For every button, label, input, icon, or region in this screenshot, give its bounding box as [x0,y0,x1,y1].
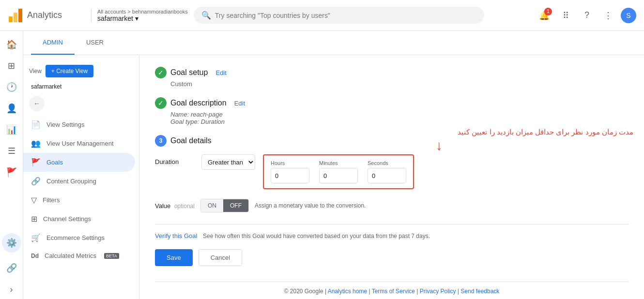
nav-item-ecommerce[interactable]: 🛒 Ecommerce Settings [23,228,135,247]
seconds-field: Seconds [368,160,406,183]
toggle-on-button[interactable]: ON [201,199,223,212]
toggle-off-button[interactable]: OFF [223,199,248,212]
avatar[interactable]: S [621,8,636,23]
nav-item-user-management[interactable]: 👥 View User Management [23,134,135,153]
annotation-arrow: ↓ [436,139,443,152]
back-button[interactable]: ← [29,96,45,111]
help-icon: ? [584,10,589,20]
time-inputs-box: Hours Minutes Seconds [263,154,414,189]
goal-setup-edit[interactable]: Edit [215,69,226,76]
sidebar-item-reports[interactable]: ⊞ [2,56,21,75]
optional-label: optional [174,203,195,209]
main-layout: 🏠 ⊞ 🕐 👤 📊 ☰ 🚩 ⚙️ 🔗 › ADMIN USER View + C… [0,31,644,299]
nav-item-channel-settings[interactable]: ⊞ Channel Settings [23,209,135,228]
feedback-link[interactable]: Send feedback [460,288,499,295]
goal-details-section: 3 Goal details مدت زمان مورد نظر برای حد… [155,135,629,212]
sidebar-item-acquisition[interactable]: 📊 [2,120,21,139]
beta-badge: BETA [104,253,119,259]
goal-details-step: 3 [155,135,167,147]
sidebar-item-conversions[interactable]: 🚩 [2,163,21,182]
greater-than-select[interactable]: Greater than [201,154,255,170]
goal-desc-edit[interactable]: Edit [234,100,245,107]
tab-admin[interactable]: ADMIN [31,31,75,55]
value-label: Value optional [155,202,195,209]
minutes-label: Minutes [319,160,358,166]
notification-button[interactable]: 🔔 1 [536,7,553,24]
sidebar-item-behavior[interactable]: ☰ [2,141,21,161]
seconds-input[interactable] [368,168,406,183]
apps-button[interactable]: ⠿ [557,7,574,24]
search-input[interactable] [215,12,476,19]
cancel-button[interactable]: Cancel [199,249,242,266]
hours-input[interactable] [271,168,309,183]
tab-user[interactable]: USER [75,31,115,55]
create-view-button[interactable]: + Create View [46,65,94,77]
goal-setup-section: ✓ Goal setup Edit Custom [155,67,629,88]
verify-section: Verify this Goal See how often this Goal… [155,224,629,239]
nav-header-row: View + Create View [23,61,139,81]
ecommerce-icon: 🛒 [31,233,41,242]
goal-desc-name: Name: reach-page [170,111,629,118]
sidebar-item-realtime[interactable]: 🕐 [2,77,21,97]
content-grouping-icon: 🔗 [31,177,41,186]
svg-rect-1 [14,13,17,22]
left-sidebar: 🏠 ⊞ 🕐 👤 📊 ☰ 🚩 ⚙️ 🔗 › [0,31,23,299]
annotation-text: مدت زمان مورد نظر برای حداقل میزان بازدی… [458,128,633,136]
goal-desc-type: Goal type: Duration [170,118,629,125]
channel-settings-icon: ⊞ [31,214,37,224]
nav-item-calculated-metrics[interactable]: Dd Calculated Metrics BETA [23,247,135,264]
goal-details-title: 3 Goal details [155,135,629,147]
minutes-input[interactable] [319,168,358,183]
goal-setup-check: ✓ [155,67,167,78]
save-button[interactable]: Save [155,249,193,266]
top-header: Analytics All accounts > behnammoradianb… [0,0,644,31]
more-button[interactable]: ⋮ [599,7,617,24]
help-button[interactable]: ? [578,7,596,24]
nav-item-content-grouping[interactable]: 🔗 Content Grouping [23,172,135,191]
goal-details-heading: Goal details [170,136,212,145]
nav-item-goals[interactable]: 🚩 Goals [23,153,135,172]
user-management-icon: 👥 [31,139,41,148]
svg-rect-0 [9,16,13,22]
main-content: ✓ Goal setup Edit Custom ✓ Goal descript… [139,55,644,299]
logo-area: Analytics [8,8,85,23]
goal-desc-title: Goal description [170,99,227,107]
verify-desc: See how often this Goal would have conve… [203,233,430,239]
notification-badge: 1 [544,8,552,15]
account-path: All accounts > behnammoradianbooks [97,9,188,15]
search-bar[interactable]: 🔍 [194,7,484,24]
view-name: safarmarket [23,81,139,92]
header-icons: 🔔 1 ⠿ ? ⋮ S [536,7,636,24]
account-selector[interactable]: All accounts > behnammoradianbooks safar… [91,9,188,22]
nav-panel: View + Create View safarmarket ← 📄 View … [23,55,139,299]
more-icon: ⋮ [604,10,613,21]
apps-icon: ⠿ [563,10,569,21]
sidebar-item-expand[interactable]: › [2,280,21,299]
filters-icon: ▽ [31,195,37,205]
nav-item-view-settings[interactable]: 📄 View Settings [23,115,135,134]
account-name[interactable]: safarmarket ▾ [97,15,188,22]
view-label: View [29,68,42,75]
verify-goal-link[interactable]: Verify this Goal [155,232,197,239]
goals-icon: 🚩 [31,158,41,167]
toggle-switch[interactable]: ON OFF [200,199,249,212]
assign-text: Assign a monetary value to the conversio… [255,202,366,209]
analytics-home-link[interactable]: Analytics home [328,288,367,295]
terms-link[interactable]: Terms of Service [372,288,415,295]
sidebar-item-home[interactable]: 🏠 [2,35,21,54]
sidebar-item-discover[interactable]: 🔗 [2,258,21,278]
analytics-title: Analytics [27,10,62,20]
footer-copyright: © 2020 Google [284,288,323,295]
goal-desc-header: ✓ Goal description Edit [155,97,629,109]
sidebar-item-audience[interactable]: 👤 [2,99,21,118]
svg-rect-2 [18,9,22,22]
privacy-link[interactable]: Privacy Policy [420,288,456,295]
nav-item-filters[interactable]: ▽ Filters [23,191,135,209]
seconds-label: Seconds [368,160,406,166]
sidebar-item-admin[interactable]: ⚙️ [2,233,21,253]
search-icon: 🔍 [201,11,211,20]
goal-setup-title: Goal setup [170,68,208,77]
duration-row: Duration Greater than Hours Minutes [155,154,629,189]
duration-label: Duration [155,154,194,165]
analytics-logo-icon [8,8,23,23]
